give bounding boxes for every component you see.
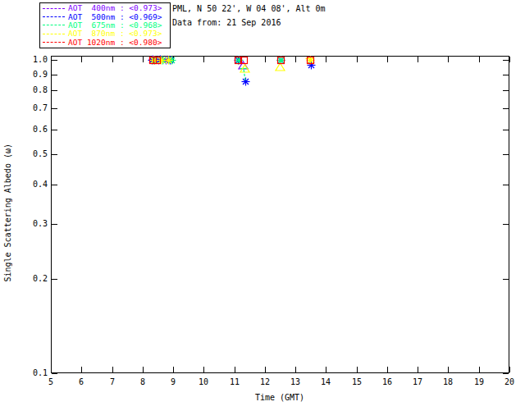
dashed-line-swatch xyxy=(43,42,65,43)
legend-item-870nm: AOT 870nm : <0.973> xyxy=(43,30,167,38)
x-axis-tick-top xyxy=(509,57,510,62)
x-axis-tick xyxy=(173,367,174,372)
y-axis-tick xyxy=(52,154,57,155)
x-axis-tick-label: 14 xyxy=(316,377,336,387)
y-axis-tick xyxy=(52,60,57,61)
y-axis-tick xyxy=(52,75,57,75)
x-axis-tick-label: 17 xyxy=(408,377,427,387)
x-axis-tick xyxy=(265,367,266,372)
x-axis-tick xyxy=(112,367,113,372)
x-axis-tick-label: 15 xyxy=(347,377,367,387)
site-location-text: PML, N 50 22', W 04 08', Alt 0m xyxy=(172,4,326,13)
y-axis-tick-right xyxy=(503,185,509,185)
x-axis-tick xyxy=(418,367,418,372)
x-axis-tick-top xyxy=(418,57,418,62)
x-axis-tick xyxy=(448,367,449,372)
data-marker-square xyxy=(305,55,316,66)
x-axis-tick xyxy=(295,367,296,372)
data-date-text: Data from: 21 Sep 2016 xyxy=(172,18,281,27)
y-axis-tick-label: 0.5 xyxy=(25,149,48,159)
y-axis-tick-right xyxy=(503,60,509,61)
data-marker-square xyxy=(239,55,249,66)
y-axis-tick-right xyxy=(503,154,509,155)
x-axis-tick-top xyxy=(295,57,296,62)
x-axis-tick xyxy=(203,367,204,372)
x-axis-tick-label: 19 xyxy=(469,377,489,387)
x-axis-tick-label: 9 xyxy=(163,377,183,387)
legend-label: AOT 870nm : <0.973> xyxy=(68,30,162,38)
y-axis-tick-right xyxy=(503,373,509,374)
x-axis-tick-label: 8 xyxy=(133,377,153,387)
dashed-line-swatch xyxy=(43,16,65,17)
y-axis-tick-label: 0.2 xyxy=(25,274,48,284)
y-axis-tick xyxy=(52,185,57,185)
y-axis-tick xyxy=(52,224,57,225)
y-axis-tick xyxy=(52,373,57,374)
y-axis-tick-label: 0.3 xyxy=(25,219,48,229)
x-axis-tick-label: 13 xyxy=(285,377,305,387)
data-marker-asterisk xyxy=(163,55,174,66)
data-marker-square xyxy=(276,55,286,66)
y-axis-tick xyxy=(52,279,57,280)
x-axis-tick-label: 7 xyxy=(103,377,122,387)
x-axis-tick xyxy=(235,367,235,372)
x-axis-tick-label: 11 xyxy=(225,377,244,387)
x-axis-tick-label: 18 xyxy=(438,377,458,387)
y-axis-tick xyxy=(52,90,57,91)
data-marker-asterisk xyxy=(240,76,251,87)
x-axis-tick-label: 12 xyxy=(255,377,275,387)
y-axis-tick-right xyxy=(503,75,509,75)
x-axis-tick xyxy=(143,367,144,372)
legend-box: AOT 400nm : <0.973> AOT 500nm : <0.969> … xyxy=(39,2,171,48)
y-axis-tick-label: 0.1 xyxy=(25,368,48,378)
y-axis-tick-right xyxy=(503,90,509,91)
y-axis-tick xyxy=(52,130,57,130)
x-axis-tick-top xyxy=(203,57,204,62)
x-axis-tick xyxy=(357,367,358,372)
legend-item-1020nm: AOT 1020nm : <0.980> xyxy=(43,39,167,47)
y-axis-tick xyxy=(52,108,57,109)
y-axis-tick-label: 1.0 xyxy=(25,55,48,65)
data-marker-square xyxy=(152,55,162,66)
y-axis-tick-right xyxy=(503,130,509,130)
dashed-line-swatch xyxy=(43,8,65,9)
x-axis-tick-top xyxy=(81,57,82,62)
x-axis-tick-label: 16 xyxy=(377,377,397,387)
y-axis-tick-right xyxy=(503,108,509,109)
y-axis-tick-right xyxy=(503,224,509,225)
x-axis-tick-label: 5 xyxy=(41,377,61,387)
x-axis-tick-top xyxy=(479,57,480,62)
dashed-line-swatch xyxy=(43,25,65,25)
x-axis-tick-label: 6 xyxy=(71,377,91,387)
y-axis-tick-label: 0.8 xyxy=(25,85,48,95)
y-axis-tick-label: 0.4 xyxy=(25,180,48,189)
legend-label: AOT 1020nm : <0.980> xyxy=(68,39,162,47)
y-axis-title: Single Scattering Albedo (ω) xyxy=(3,144,12,282)
x-axis-tick-top xyxy=(448,57,449,62)
x-axis-tick xyxy=(387,367,388,372)
x-axis-tick-label: 10 xyxy=(194,377,213,387)
x-axis-tick-top xyxy=(112,57,113,62)
x-axis-tick xyxy=(479,367,480,372)
x-axis-tick-top xyxy=(357,57,358,62)
x-axis-tick-top xyxy=(326,57,326,62)
x-axis-tick-top xyxy=(143,57,144,62)
x-axis-tick-label: 20 xyxy=(500,377,519,387)
x-axis-tick xyxy=(509,367,510,372)
ssa-time-plot: AOT 400nm : <0.973> AOT 500nm : <0.969> … xyxy=(0,0,525,420)
y-axis-tick-label: 0.9 xyxy=(25,70,48,80)
x-axis-tick-top xyxy=(387,57,388,62)
y-axis-tick-right xyxy=(503,279,509,280)
legend-item-400nm: AOT 400nm : <0.973> xyxy=(43,4,167,12)
legend-label: AOT 400nm : <0.973> xyxy=(68,4,162,12)
x-axis-title: Time (GMT) xyxy=(231,393,329,402)
x-axis-tick-top xyxy=(265,57,266,62)
y-axis-tick-label: 0.6 xyxy=(25,125,48,135)
x-axis-tick xyxy=(81,367,82,372)
x-axis-tick xyxy=(51,367,52,372)
plot-frame xyxy=(51,56,509,373)
y-axis-tick-label: 0.7 xyxy=(25,103,48,113)
dashed-line-swatch xyxy=(43,34,65,34)
x-axis-tick xyxy=(326,367,326,372)
